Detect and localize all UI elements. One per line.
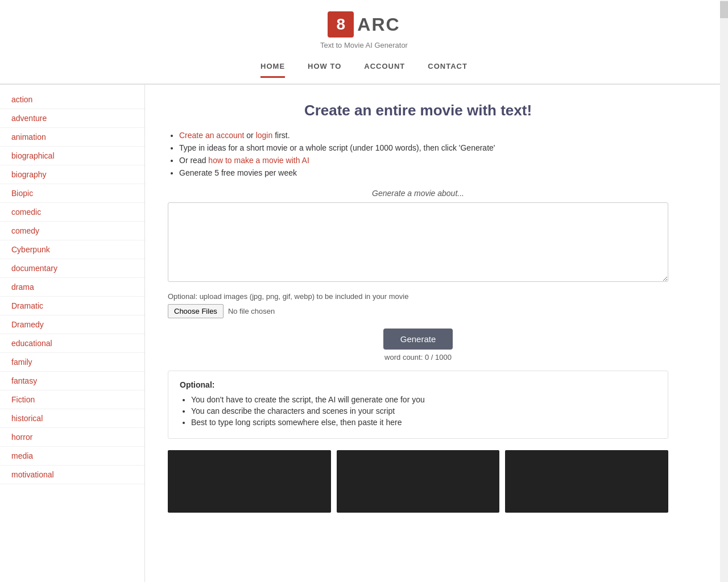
nav-howto[interactable]: HOW TO — [308, 62, 341, 78]
optional-title: Optional: — [180, 380, 656, 389]
instruction-1: Create an account or login first. — [179, 131, 668, 140]
sidebar-item-animation[interactable]: animation — [0, 128, 144, 147]
generate-label: Generate a movie about... — [168, 189, 668, 198]
thumbnail-3[interactable] — [505, 450, 668, 513]
generate-button[interactable]: Generate — [383, 329, 453, 350]
sidebar: action adventure animation biographical … — [0, 85, 145, 582]
nav-account[interactable]: ACCOUNT — [364, 62, 405, 78]
instruction-3: Or read how to make a movie with AI — [179, 156, 668, 165]
main-nav: HOME HOW TO ACCOUNT CONTACT — [260, 56, 468, 84]
sidebar-item-educational[interactable]: educational — [0, 334, 144, 353]
choose-files-button[interactable]: Choose Files — [168, 304, 224, 318]
sidebar-item-motivational[interactable]: motivational — [0, 465, 144, 484]
sidebar-item-media[interactable]: media — [0, 447, 144, 465]
logo-number: 8 — [328, 11, 354, 38]
create-account-link[interactable]: Create an account — [179, 131, 244, 140]
sidebar-item-drama[interactable]: drama — [0, 278, 144, 297]
sidebar-item-fantasy[interactable]: fantasy — [0, 372, 144, 390]
page-body: action adventure animation biographical … — [0, 85, 728, 582]
no-file-label: No file chosen — [228, 307, 275, 315]
nav-home[interactable]: HOME — [260, 62, 285, 78]
optional-list: You don't have to create the script, the… — [180, 395, 656, 427]
sidebar-item-biopic[interactable]: Biopic — [0, 184, 144, 203]
sidebar-item-adventure[interactable]: adventure — [0, 109, 144, 128]
instruction-1-suffix: first. — [275, 131, 289, 140]
sidebar-item-fiction[interactable]: Fiction — [0, 390, 144, 409]
main-content: Create an entire movie with text! Create… — [145, 85, 691, 582]
nav-contact[interactable]: CONTACT — [428, 62, 468, 78]
scrollbar[interactable] — [720, 0, 728, 582]
sidebar-item-documentary[interactable]: documentary — [0, 259, 144, 278]
instruction-4: Generate 5 free movies per week — [179, 168, 668, 177]
thumbnail-2[interactable] — [337, 450, 500, 513]
sidebar-item-horror[interactable]: horror — [0, 428, 144, 447]
header: 8 ARC Text to Movie AI Generator HOME HO… — [0, 0, 728, 85]
logo-text: ARC — [357, 14, 400, 35]
instruction-2: Type in ideas for a short movie or a who… — [179, 143, 668, 152]
sidebar-item-family[interactable]: family — [0, 353, 144, 372]
optional-item-2: You can describe the characters and scen… — [191, 406, 656, 415]
upload-section: Optional: upload images (jpg, png, gif, … — [168, 292, 668, 318]
sidebar-item-dramedy[interactable]: Dramedy — [0, 315, 144, 334]
upload-label: Optional: upload images (jpg, png, gif, … — [168, 292, 668, 301]
page-title: Create an entire movie with text! — [168, 102, 668, 119]
word-count: word count: 0 / 1000 — [168, 353, 668, 361]
thumbnail-1[interactable] — [168, 450, 331, 513]
logo-container: 8 ARC — [328, 11, 400, 38]
sidebar-item-cyberpunk[interactable]: Cyberpunk — [0, 240, 144, 259]
scrollbar-thumb[interactable] — [720, 1, 728, 18]
instructions-list: Create an account or login first. Type i… — [168, 131, 668, 177]
sidebar-item-comedy[interactable]: comedy — [0, 222, 144, 240]
sidebar-item-dramatic[interactable]: Dramatic — [0, 297, 144, 315]
sidebar-item-biographical[interactable]: biographical — [0, 147, 144, 165]
login-link[interactable]: login — [256, 131, 273, 140]
tagline: Text to Movie AI Generator — [320, 41, 408, 49]
sidebar-item-comedic[interactable]: comedic — [0, 203, 144, 222]
sidebar-item-biography[interactable]: biography — [0, 165, 144, 184]
optional-item-3: Best to type long scripts somewhere else… — [191, 418, 656, 427]
file-input-row: Choose Files No file chosen — [168, 304, 668, 318]
optional-item-1: You don't have to create the script, the… — [191, 395, 656, 404]
instruction-3-prefix: Or read — [179, 156, 208, 165]
sidebar-item-action[interactable]: action — [0, 90, 144, 109]
sidebar-item-historical[interactable]: historical — [0, 409, 144, 428]
movie-script-input[interactable] — [168, 202, 668, 282]
thumbnails-row — [168, 450, 668, 513]
instruction-1-or: or — [246, 131, 255, 140]
optional-section: Optional: You don't have to create the s… — [168, 371, 668, 439]
howto-link[interactable]: how to make a movie with AI — [208, 156, 309, 165]
